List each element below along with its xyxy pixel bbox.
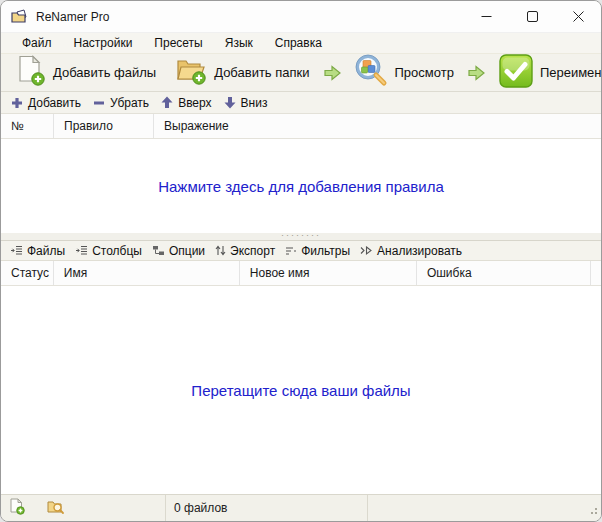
preview-button[interactable]: Просмотр [351, 52, 458, 93]
files-table-header: Статус Имя Новое имя Ошибка [1, 261, 601, 286]
statusbar-spacer-panel [368, 495, 601, 521]
add-files-button[interactable]: Добавить файлы [13, 53, 160, 92]
list-menu-icon [10, 245, 23, 256]
close-icon [573, 11, 584, 22]
rules-col-expression[interactable]: Выражение [154, 114, 601, 138]
filters-menu-button[interactable]: Фильтры [282, 242, 357, 260]
statusbar-icons-panel [1, 495, 166, 521]
files-col-status[interactable]: Статус [1, 261, 54, 285]
export-menu-label: Экспорт [230, 244, 275, 258]
maximize-icon [527, 11, 538, 22]
status-add-file-icon[interactable] [9, 498, 25, 518]
menu-presets[interactable]: Пресеты [143, 34, 213, 52]
maximize-button[interactable] [509, 1, 555, 32]
menu-language[interactable]: Язык [214, 34, 264, 52]
rules-table-header: № Правило Выражение [1, 114, 601, 139]
preview-magnifier-icon [355, 54, 388, 91]
rename-check-icon [499, 54, 533, 92]
arrow-up-icon [161, 96, 173, 109]
options-menu-label: Опции [169, 244, 205, 258]
analyze-arrow-icon [360, 245, 373, 256]
resize-grip[interactable] [588, 504, 598, 518]
files-col-newname[interactable]: Новое имя [240, 261, 417, 285]
menu-help[interactable]: Справка [264, 34, 333, 52]
plus-icon [11, 97, 23, 109]
files-drop-area[interactable]: Перетащите сюда ваши файлы [1, 286, 601, 494]
close-button[interactable] [555, 1, 601, 32]
titlebar: ReNamer Pro [1, 1, 601, 33]
files-toolbar: Файлы Столбцы Опции Экспорт [1, 240, 601, 261]
add-file-icon [17, 55, 46, 90]
minimize-button[interactable] [463, 1, 509, 32]
rule-down-label: Вниз [241, 96, 268, 110]
filters-menu-label: Фильтры [301, 244, 350, 258]
files-menu-label: Файлы [27, 244, 65, 258]
analyze-menu-label: Анализировать [377, 244, 462, 258]
files-col-spacer [591, 261, 601, 285]
rules-col-number[interactable]: № [1, 114, 54, 138]
add-folders-label: Добавить папки [214, 65, 309, 80]
rules-empty-hint[interactable]: Нажмите здесь для добавления правила [158, 178, 444, 195]
rules-toolbar: Добавить Убрать Вверх Вниз [1, 92, 601, 114]
add-files-label: Добавить файлы [53, 65, 156, 80]
files-menu-button[interactable]: Файлы [7, 242, 72, 260]
rule-add-button[interactable]: Добавить [7, 94, 87, 112]
rule-up-button[interactable]: Вверх [157, 94, 217, 112]
splitter-grip-dots: ········ [281, 233, 321, 237]
rule-remove-label: Убрать [110, 96, 149, 110]
menu-file[interactable]: Файл [11, 34, 63, 52]
rename-label: Переименовать [540, 65, 602, 80]
app-window: ReNamer Pro Файл Настройки Пресеты Язык … [0, 0, 602, 522]
filter-lines-icon [285, 246, 297, 256]
rename-button[interactable]: Переименовать [495, 52, 602, 94]
sort-arrows-icon [215, 245, 226, 256]
rule-add-label: Добавить [28, 96, 81, 110]
statusbar-count-panel: 0 файлов [166, 495, 368, 521]
files-empty-hint: Перетащите сюда ваши файлы [191, 382, 410, 399]
arrow-down-icon [224, 96, 236, 109]
window-title: ReNamer Pro [36, 10, 109, 24]
columns-menu-label: Столбцы [92, 244, 142, 258]
rule-up-label: Вверх [178, 96, 211, 110]
panel-splitter[interactable]: ········ [1, 233, 601, 240]
export-menu-button[interactable]: Экспорт [212, 242, 282, 260]
app-logo-icon [11, 9, 28, 24]
file-count: 0 файлов [174, 501, 227, 515]
columns-menu-button[interactable]: Столбцы [72, 242, 149, 260]
rules-col-rule[interactable]: Правило [54, 114, 154, 138]
files-col-name[interactable]: Имя [54, 261, 240, 285]
add-folder-icon [176, 56, 207, 89]
minus-icon [93, 97, 105, 109]
add-folders-button[interactable]: Добавить папки [172, 54, 313, 91]
rule-remove-button[interactable]: Убрать [89, 94, 155, 112]
minimize-icon [481, 11, 492, 22]
list-menu-icon [75, 245, 88, 256]
status-folder-search-icon[interactable] [47, 499, 65, 518]
rule-down-button[interactable]: Вниз [220, 94, 274, 112]
statusbar: 0 файлов [1, 494, 601, 521]
files-col-error[interactable]: Ошибка [417, 261, 591, 285]
flow-arrow-icon [467, 64, 486, 82]
rules-list-area[interactable]: Нажмите здесь для добавления правила [1, 139, 601, 233]
options-menu-button[interactable]: Опции [149, 242, 212, 260]
analyze-menu-button[interactable]: Анализировать [357, 242, 469, 260]
preview-label: Просмотр [395, 65, 454, 80]
menu-settings[interactable]: Настройки [63, 34, 144, 52]
workflow-icon [152, 245, 165, 256]
flow-arrow-icon [323, 64, 342, 82]
main-toolbar: Добавить файлы Добавить папки [1, 54, 601, 92]
